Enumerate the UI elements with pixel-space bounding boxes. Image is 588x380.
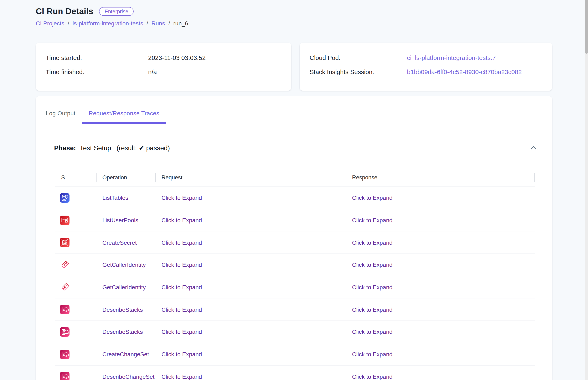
column-header-label: Response — [352, 174, 377, 180]
response-expand-link[interactable]: Click to Expand — [352, 284, 393, 290]
operation-label: GetCallerIdentity — [102, 262, 146, 268]
collapse-phase-button[interactable] — [529, 143, 538, 153]
summary-row: Cloud Pod:ci_ls-platform-integration-tes… — [310, 50, 542, 64]
response-expand-link[interactable]: Click to Expand — [352, 351, 393, 358]
trace-row: CreateSecretClick to ExpandClick to Expa… — [55, 232, 535, 254]
operation-label: DescribeStacks — [102, 329, 143, 335]
breadcrumb-separator: / — [68, 20, 69, 27]
trace-row: GetCallerIdentityClick to ExpandClick to… — [55, 276, 535, 299]
response-cell: Click to Expand — [346, 351, 535, 358]
breadcrumb-separator: / — [147, 20, 148, 27]
request-expand-link[interactable]: Click to Expand — [162, 373, 202, 380]
response-expand-link[interactable]: Click to Expand — [352, 329, 393, 335]
chevron-up-icon — [529, 143, 538, 152]
summary-cards-row: Time started:2023-11-03 03:03:52Time fin… — [36, 43, 552, 91]
response-expand-link[interactable]: Click to Expand — [352, 262, 393, 268]
response-cell: Click to Expand — [346, 329, 535, 335]
request-cell: Click to Expand — [155, 306, 346, 313]
operation-cell: CreateSecret — [96, 239, 155, 246]
operation-cell: ListTables — [96, 195, 155, 201]
trace-row: CreateChangeSetClick to ExpandClick to E… — [55, 343, 535, 366]
tab-request-response-traces[interactable]: Request/Response Traces — [82, 104, 166, 124]
summary-label: Cloud Pod: — [310, 54, 407, 61]
scrollbar-thumb[interactable] — [585, 0, 588, 54]
summary-value[interactable]: ci_ls-platform-integration-tests:7 — [407, 54, 496, 61]
column-header-request: Request — [155, 168, 346, 187]
response-cell: Click to Expand — [346, 217, 535, 224]
column-header-operation: Operation — [96, 168, 155, 187]
trace-table-body: ListTablesClick to ExpandClick to Expand… — [55, 187, 535, 380]
sts-icon — [55, 282, 96, 292]
response-expand-link[interactable]: Click to Expand — [352, 306, 393, 313]
operation-cell: DescribeChangeSet — [96, 373, 155, 380]
column-header-label: Request — [162, 174, 183, 180]
request-cell: Click to Expand — [155, 284, 346, 290]
request-expand-link[interactable]: Click to Expand — [162, 284, 202, 290]
summary-label: Time finished: — [46, 68, 148, 75]
breadcrumb-item-ci-projects[interactable]: CI Projects — [36, 20, 64, 27]
phase-header: Phase: Test Setup (result: ✔ passed) — [36, 143, 552, 153]
operation-label: CreateSecret — [102, 239, 137, 246]
operation-cell: GetCallerIdentity — [96, 284, 155, 290]
request-expand-link[interactable]: Click to Expand — [162, 306, 202, 313]
cognito-icon — [55, 215, 96, 225]
summary-row: Time started:2023-11-03 03:03:52 — [46, 50, 281, 64]
trace-row: ListUserPoolsClick to ExpandClick to Exp… — [55, 209, 535, 231]
breadcrumb-item-runs[interactable]: Runs — [151, 20, 165, 27]
operation-cell: DescribeStacks — [96, 306, 155, 313]
operation-cell: CreateChangeSet — [96, 351, 155, 358]
phase-result: (result: ✔ passed) — [116, 144, 170, 152]
phase-label: Phase: — [54, 144, 76, 152]
operation-label: ListUserPools — [102, 217, 138, 224]
column-header-s-: S... — [55, 168, 96, 187]
page-scrollbar[interactable] — [585, 0, 588, 380]
request-expand-link[interactable]: Click to Expand — [162, 329, 202, 335]
request-cell: Click to Expand — [155, 239, 346, 246]
response-expand-link[interactable]: Click to Expand — [352, 217, 393, 224]
trace-table: S...OperationRequestResponse ListTablesC… — [55, 168, 535, 380]
request-cell: Click to Expand — [155, 195, 346, 201]
summary-value[interactable]: b1bb09da-6ff0-4c52-8930-c870ba23c082 — [407, 68, 522, 75]
response-expand-link[interactable]: Click to Expand — [352, 195, 393, 201]
response-expand-link[interactable]: Click to Expand — [352, 373, 393, 380]
tab-log-output[interactable]: Log Output — [39, 104, 82, 124]
request-expand-link[interactable]: Click to Expand — [162, 239, 202, 246]
response-expand-link[interactable]: Click to Expand — [352, 239, 393, 246]
summary-row: Time finished:n/a — [46, 64, 281, 79]
enterprise-badge: Enterprise — [99, 7, 134, 16]
summary-label: Stack Insights Session: — [310, 68, 407, 75]
operation-label: GetCallerIdentity — [102, 284, 146, 290]
trace-row: DescribeStacksClick to ExpandClick to Ex… — [55, 321, 535, 343]
operation-label: ListTables — [102, 195, 128, 201]
summary-label: Time started: — [46, 54, 148, 61]
page-title: CI Run Details — [36, 7, 93, 16]
operation-cell: GetCallerIdentity — [96, 262, 155, 268]
breadcrumb-separator: / — [168, 20, 170, 27]
column-header-label: S... — [61, 174, 70, 180]
cloudformation-icon — [55, 349, 96, 359]
request-cell: Click to Expand — [155, 329, 346, 335]
trace-row: DescribeChangeSetClick to ExpandClick to… — [55, 366, 535, 380]
request-cell: Click to Expand — [155, 351, 346, 358]
run-times-card: Time started:2023-11-03 03:03:52Time fin… — [36, 43, 291, 91]
secretsmanager-icon — [55, 238, 96, 247]
tab-bar: Log OutputRequest/Response Traces — [36, 96, 552, 124]
request-expand-link[interactable]: Click to Expand — [162, 217, 202, 224]
breadcrumb-item-ls-platform-integration-tests[interactable]: ls-platform-integration-tests — [73, 20, 143, 27]
run-links-card: Cloud Pod:ci_ls-platform-integration-tes… — [300, 43, 552, 91]
request-expand-link[interactable]: Click to Expand — [162, 351, 202, 358]
phase-title: Phase: Test Setup (result: ✔ passed) — [54, 144, 170, 152]
cloudformation-icon — [55, 305, 96, 314]
sts-icon — [55, 260, 96, 270]
cloudformation-icon — [55, 327, 96, 337]
response-cell: Click to Expand — [346, 195, 535, 201]
response-cell: Click to Expand — [346, 239, 535, 246]
request-expand-link[interactable]: Click to Expand — [162, 262, 202, 268]
trace-row: DescribeStacksClick to ExpandClick to Ex… — [55, 299, 535, 321]
summary-value: 2023-11-03 03:03:52 — [148, 54, 205, 61]
breadcrumb-item-run-6: run_6 — [173, 20, 188, 27]
trace-row: ListTablesClick to ExpandClick to Expand — [55, 187, 535, 209]
column-header-label: Operation — [102, 174, 127, 180]
request-cell: Click to Expand — [155, 373, 346, 380]
request-expand-link[interactable]: Click to Expand — [162, 195, 202, 201]
